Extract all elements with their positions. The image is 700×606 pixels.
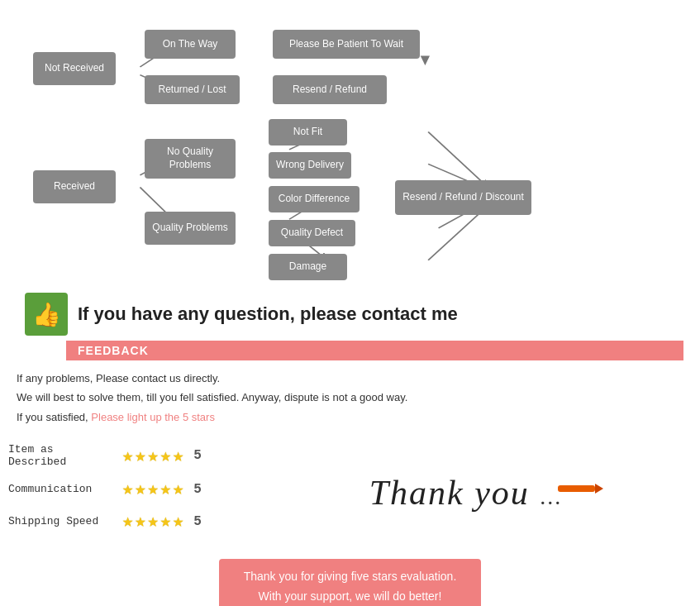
box-quality-defect: Quality Defect	[269, 220, 355, 246]
star-3: ★	[148, 445, 159, 467]
star-count-ship: 5	[193, 514, 202, 529]
box-color-difference: Color Difference	[269, 186, 360, 212]
star-2: ★	[135, 445, 145, 467]
svg-rect-17	[558, 485, 595, 492]
rating-row-item: Item as Described ★ ★ ★ ★ ★ 5	[8, 443, 240, 468]
svg-marker-18	[595, 484, 603, 494]
star-5: ★	[173, 510, 183, 532]
box-wrong-delivery: Wrong Delivery	[269, 152, 351, 179]
box-returned-lost: Returned / Lost	[145, 75, 240, 104]
star-5: ★	[173, 445, 183, 467]
box-resend-refund-discount: Resend / Refund / Discount	[395, 180, 531, 215]
footer-line-2: With your support, we will do better!	[259, 589, 442, 603]
star-count-item: 5	[193, 448, 202, 463]
star-2: ★	[135, 478, 145, 500]
star-4: ★	[160, 510, 171, 532]
star-3: ★	[148, 510, 159, 532]
ratings-section: Item as Described ★ ★ ★ ★ ★ 5 Communicat…	[0, 435, 700, 551]
feedback-line-2: We will best to solve them, till you fel…	[17, 391, 407, 403]
contact-text: If you have any question, please contact…	[78, 303, 458, 325]
box-on-the-way: On The Way	[145, 30, 236, 59]
ratings-table: Item as Described ★ ★ ★ ★ ★ 5 Communicat…	[8, 443, 240, 542]
stars-ship: ★ ★ ★ ★ ★	[122, 510, 183, 532]
feedback-line-3: If you satisfied,	[17, 411, 88, 423]
feedback-highlight: Please light up the 5 stars	[91, 411, 215, 423]
contact-banner: 👍 If you have any question, please conta…	[17, 288, 683, 341]
box-not-received: Not Received	[33, 52, 116, 85]
pen-icon	[558, 481, 603, 496]
star-2: ★	[135, 510, 145, 532]
stars-comm: ★ ★ ★ ★ ★	[122, 478, 183, 500]
stars-item: ★ ★ ★ ★ ★	[122, 445, 183, 467]
thankyou-area: Thank you ...	[240, 443, 692, 542]
rating-label-item: Item as Described	[8, 443, 116, 468]
rating-label-ship: Shipping Speed	[8, 515, 116, 527]
svg-line-12	[428, 132, 488, 188]
footer-box: Thank you for giving five stars evaluati…	[219, 559, 482, 606]
flow-diagram: Not Received On The Way Returned / Lost …	[17, 15, 675, 279]
thankyou-script: Thank you ...	[369, 474, 563, 512]
box-resend-refund-1: Resend / Refund	[273, 75, 387, 104]
star-4: ★	[160, 445, 171, 467]
rating-row-ship: Shipping Speed ★ ★ ★ ★ ★ 5	[8, 510, 240, 532]
rating-label-comm: Communication	[8, 483, 116, 495]
star-3: ★	[148, 478, 159, 500]
box-quality-problems: Quality Problems	[145, 212, 236, 245]
thumbs-up-icon: 👍	[25, 293, 68, 336]
star-count-comm: 5	[193, 482, 202, 497]
flowchart-section: Not Received On The Way Returned / Lost …	[0, 0, 700, 288]
feedback-line-1: If any problems, Please contact us direc…	[17, 372, 220, 384]
box-received: Received	[33, 170, 116, 203]
star-5: ★	[173, 478, 183, 500]
box-not-fit: Not Fit	[269, 119, 347, 146]
feedback-body: If any problems, Please contact us direc…	[0, 360, 700, 435]
star-1: ★	[122, 445, 133, 467]
footer-thankyou: Thank you for giving five stars evaluati…	[0, 551, 700, 606]
feedback-header: FEEDBACK	[66, 341, 683, 360]
box-no-quality-problems: No Quality Problems	[145, 139, 236, 179]
star-1: ★	[122, 510, 133, 532]
rating-row-comm: Communication ★ ★ ★ ★ ★ 5	[8, 478, 240, 500]
star-4: ★	[160, 478, 171, 500]
star-1: ★	[122, 478, 133, 500]
footer-line-1: Thank you for giving five stars evaluati…	[244, 570, 457, 583]
thankyou-text: Thank you	[369, 474, 530, 512]
box-please-be-patient: Please Be Patient To Wait	[273, 30, 420, 59]
box-damage: Damage	[269, 254, 347, 280]
